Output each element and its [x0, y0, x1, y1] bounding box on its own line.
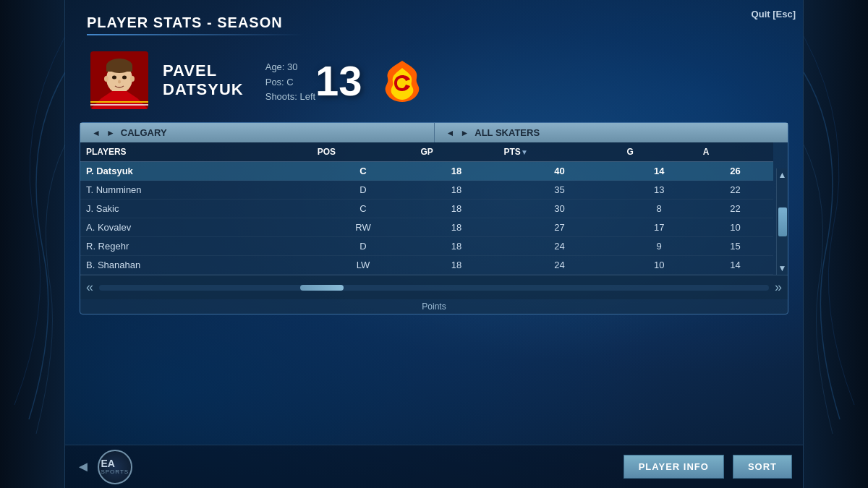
a-cell: 22 — [697, 200, 773, 218]
player-avatar — [90, 51, 148, 109]
table-body: P. DatsyukC18401426T. NumminenD18351322J… — [80, 162, 773, 275]
skaters-arrow-left[interactable]: ◄ — [446, 128, 455, 138]
pts-cell: 35 — [498, 181, 621, 200]
h-scroll-thumb[interactable] — [300, 285, 344, 291]
player-name-cell: P. Datsyuk — [80, 162, 312, 181]
pos-cell: RW — [312, 218, 415, 237]
stats-table: PLAYERS POS GP PTS▼ G A P. DatsyukC18401… — [80, 142, 773, 275]
vertical-scrollbar: ▲ ▼ — [776, 168, 788, 275]
col-players: PLAYERS — [80, 142, 312, 162]
table-row[interactable]: R. RegehrD1824915 — [80, 237, 773, 256]
pos-cell: D — [312, 237, 415, 256]
gp-cell: 18 — [414, 256, 498, 275]
ea-logo: EA SPORTS — [98, 450, 132, 484]
table-row[interactable]: T. NumminenD18351322 — [80, 181, 773, 200]
page-title: PLAYER STATS - SEASON — [80, 14, 788, 31]
col-pos: POS — [312, 142, 415, 162]
col-pts: PTS▼ — [498, 142, 621, 162]
sports-text: SPORTS — [101, 468, 129, 475]
table-row[interactable]: B. ShanahanLW18241014 — [80, 256, 773, 275]
col-gp: GP — [414, 142, 498, 162]
filter-skaters-label: ALL SKATERS — [475, 127, 540, 138]
h-scroll-track[interactable] — [99, 285, 769, 291]
pos-cell: C — [312, 200, 415, 218]
title-underline — [87, 34, 304, 35]
player-number: 13 — [315, 56, 362, 105]
h-scroll-row: « » — [80, 275, 788, 299]
player-name-cell: T. Numminen — [80, 181, 312, 200]
team-arrow-left[interactable]: ◄ — [92, 128, 101, 138]
side-panel-left — [0, 0, 65, 488]
ea-logo-content: EA SPORTS — [101, 458, 129, 475]
table-row[interactable]: J. SakicC1830822 — [80, 200, 773, 218]
player-card: PAVEL DATSYUK Age: 30 Pos: C Shoots: Lef… — [80, 44, 788, 116]
team-arrow-right-2[interactable]: ► — [106, 128, 115, 138]
header-row: PLAYERS POS GP PTS▼ G A — [80, 142, 773, 162]
table-row[interactable]: P. DatsyukC18401426 — [80, 162, 773, 181]
g-cell: 8 — [621, 200, 697, 218]
a-cell: 14 — [697, 256, 773, 275]
filter-team[interactable]: ◄ ► CALGARY — [80, 123, 434, 142]
back-arrow-icon[interactable]: ◄ — [76, 458, 90, 475]
bottom-bar: ◄ EA SPORTS PLAYER INFO SORT — [65, 445, 803, 488]
side-panel-right — [803, 0, 868, 488]
stats-panel: ◄ ► CALGARY ◄ ► ALL SKATERS PLAYERS POS … — [80, 122, 788, 314]
pts-sort-arrow: ▼ — [521, 148, 528, 156]
player-name-block: PAVEL DATSYUK — [163, 61, 244, 100]
filter-row: ◄ ► CALGARY ◄ ► ALL SKATERS — [80, 123, 788, 142]
g-cell: 14 — [621, 162, 697, 181]
player-first-name: PAVEL — [163, 61, 244, 80]
filter-team-label: CALGARY — [121, 127, 167, 138]
player-pos: Pos: C — [265, 75, 315, 90]
player-name-cell: J. Sakic — [80, 200, 312, 218]
a-cell: 15 — [697, 237, 773, 256]
gp-cell: 18 — [414, 218, 498, 237]
pts-cell: 24 — [498, 237, 621, 256]
scroll-down-arrow[interactable]: ▼ — [777, 263, 788, 273]
table-row[interactable]: A. KovalevRW18271710 — [80, 218, 773, 237]
svg-point-9 — [130, 76, 135, 82]
col-a: A — [697, 142, 773, 162]
svg-point-5 — [112, 76, 116, 80]
h-scroll-right-arrow[interactable]: » — [775, 280, 782, 295]
pts-cell: 40 — [498, 162, 621, 181]
gp-cell: 18 — [414, 162, 498, 181]
table-container: PLAYERS POS GP PTS▼ G A P. DatsyukC18401… — [80, 142, 788, 275]
scroll-thumb[interactable] — [778, 207, 787, 236]
pts-cell: 24 — [498, 256, 621, 275]
a-cell: 26 — [697, 162, 773, 181]
pos-cell: C — [312, 162, 415, 181]
gp-cell: 18 — [414, 200, 498, 218]
svg-point-7 — [118, 80, 121, 84]
player-details: Age: 30 Pos: C Shoots: Left — [265, 60, 315, 105]
bottom-buttons: PLAYER INFO SORT — [624, 455, 792, 479]
player-name-cell: R. Regehr — [80, 237, 312, 256]
team-logo — [377, 55, 427, 106]
g-cell: 17 — [621, 218, 697, 237]
gp-cell: 18 — [414, 181, 498, 200]
table-header: PLAYERS POS GP PTS▼ G A — [80, 142, 773, 162]
main-content: PLAYER STATS - SEASON — [65, 0, 803, 488]
ea-text: EA — [101, 458, 129, 468]
skaters-arrow-right[interactable]: ► — [460, 128, 469, 138]
scroll-up-arrow[interactable]: ▲ — [777, 170, 788, 180]
filter-skaters[interactable]: ◄ ► ALL SKATERS — [434, 123, 788, 142]
player-age: Age: 30 — [265, 60, 315, 75]
gp-cell: 18 — [414, 237, 498, 256]
g-cell: 13 — [621, 181, 697, 200]
player-name-cell: A. Kovalev — [80, 218, 312, 237]
h-scroll-left-arrow[interactable]: « — [86, 280, 93, 295]
svg-rect-4 — [106, 66, 132, 72]
col-g: G — [621, 142, 697, 162]
g-cell: 10 — [621, 256, 697, 275]
pos-cell: D — [312, 181, 415, 200]
a-cell: 10 — [697, 218, 773, 237]
player-info-button[interactable]: PLAYER INFO — [624, 455, 724, 479]
player-last-name: DATSYUK — [163, 80, 244, 99]
g-cell: 9 — [621, 237, 697, 256]
scroll-label: Points — [80, 299, 788, 314]
svg-point-8 — [104, 76, 109, 82]
player-name-cell: B. Shanahan — [80, 256, 312, 275]
player-shoots: Shoots: Left — [265, 90, 315, 105]
sort-button[interactable]: SORT — [733, 455, 792, 479]
